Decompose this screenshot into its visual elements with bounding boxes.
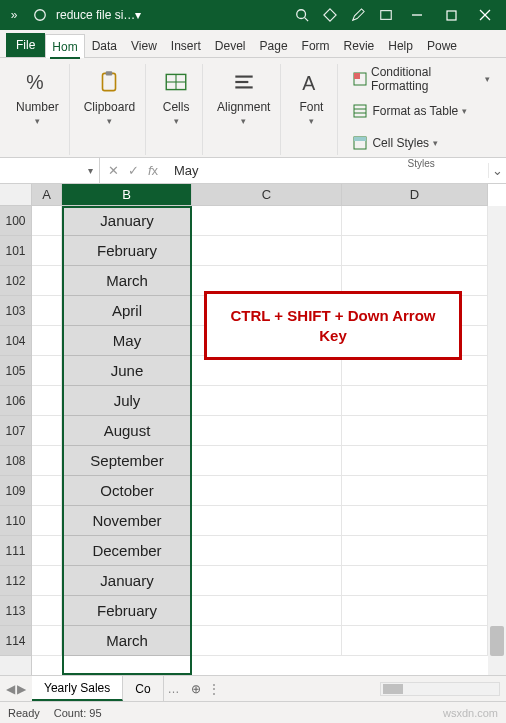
pen-icon[interactable] — [344, 1, 372, 29]
clipboard-icon — [93, 66, 125, 98]
cell[interactable]: March — [62, 626, 192, 656]
name-box[interactable]: ▾ — [0, 158, 100, 183]
tab-page[interactable]: Page — [253, 33, 295, 57]
cell[interactable]: July — [62, 386, 192, 416]
font-button[interactable]: A Font ▾ — [291, 64, 331, 128]
horizontal-scrollbar[interactable] — [380, 682, 500, 696]
cells-area[interactable]: January February March April May June Ju… — [32, 206, 488, 675]
new-sheet-button[interactable]: ⊕ — [184, 682, 208, 696]
window-mode-icon[interactable] — [372, 1, 400, 29]
tab-splitter[interactable]: ⋮ — [208, 682, 220, 696]
cell[interactable]: October — [62, 476, 192, 506]
minimize-button[interactable] — [400, 0, 434, 30]
cancel-icon[interactable]: ✕ — [106, 163, 120, 178]
tab-file[interactable]: File — [6, 33, 45, 57]
title-dropdown-icon[interactable]: ▾ — [135, 8, 141, 22]
ribbon-tabs: File Hom Data View Insert Devel Page For… — [0, 30, 506, 58]
cell[interactable]: February — [62, 236, 192, 266]
tab-power[interactable]: Powe — [420, 33, 464, 57]
sheet-tab-active[interactable]: Yearly Sales — [32, 676, 123, 701]
row-header[interactable]: 114 — [0, 626, 31, 656]
scrollbar-thumb[interactable] — [490, 626, 504, 656]
column-header-a[interactable]: A — [32, 184, 62, 205]
chevron-down-icon: ▾ — [107, 116, 112, 126]
tab-home[interactable]: Hom — [45, 34, 84, 58]
worksheet-grid[interactable]: A B C D 100 101 102 103 104 105 106 107 … — [0, 184, 506, 675]
column-header-c[interactable]: C — [192, 184, 342, 205]
row-header[interactable]: 107 — [0, 416, 31, 446]
alignment-icon — [228, 66, 260, 98]
cell-styles-button[interactable]: Cell Styles ▾ — [348, 128, 494, 158]
svg-rect-5 — [447, 11, 456, 20]
alignment-button[interactable]: Alignment ▾ — [213, 64, 274, 128]
row-header[interactable]: 100 — [0, 206, 31, 236]
close-button[interactable] — [468, 0, 502, 30]
tab-review[interactable]: Revie — [337, 33, 382, 57]
row-header[interactable]: 112 — [0, 566, 31, 596]
sheet-tab-next[interactable]: Co — [123, 676, 163, 701]
clipboard-label: Clipboard — [84, 100, 135, 114]
column-headers: A B C D — [32, 184, 488, 206]
group-cells: Cells ▾ — [150, 64, 203, 155]
sheet-tab-more[interactable]: … — [164, 682, 184, 696]
enter-icon[interactable]: ✓ — [126, 163, 140, 178]
row-header[interactable]: 109 — [0, 476, 31, 506]
maximize-button[interactable] — [434, 0, 468, 30]
column-header-d[interactable]: D — [342, 184, 488, 205]
cell[interactable]: January — [62, 206, 192, 236]
cell[interactable]: June — [62, 356, 192, 386]
number-format-button[interactable]: % Number ▾ — [12, 64, 63, 128]
row-header[interactable]: 105 — [0, 356, 31, 386]
cell[interactable]: March — [62, 266, 192, 296]
row-header[interactable]: 102 — [0, 266, 31, 296]
row-header[interactable]: 103 — [0, 296, 31, 326]
column-header-b[interactable]: B — [62, 184, 192, 205]
tab-developer[interactable]: Devel — [208, 33, 253, 57]
autosave-icon[interactable] — [30, 5, 50, 25]
tab-insert[interactable]: Insert — [164, 33, 208, 57]
row-header[interactable]: 108 — [0, 446, 31, 476]
chevron-down-icon: ▾ — [241, 116, 246, 126]
row-header[interactable]: 110 — [0, 506, 31, 536]
chevron-down-icon[interactable]: ▾ — [88, 165, 93, 176]
cell[interactable]: November — [62, 506, 192, 536]
tab-data[interactable]: Data — [85, 33, 124, 57]
vertical-scrollbar[interactable] — [488, 206, 506, 675]
row-header[interactable]: 111 — [0, 536, 31, 566]
cell[interactable]: December — [62, 536, 192, 566]
expand-formula-bar-icon[interactable]: ⌄ — [488, 163, 506, 178]
row-headers: 100 101 102 103 104 105 106 107 108 109 … — [0, 206, 32, 675]
qat-more-icon[interactable]: » — [4, 5, 24, 25]
fx-icon[interactable]: fx — [146, 163, 160, 178]
row-header[interactable]: 106 — [0, 386, 31, 416]
conditional-formatting-label: Conditional Formatting — [371, 65, 481, 93]
select-all-corner[interactable] — [0, 184, 32, 206]
cell[interactable]: September — [62, 446, 192, 476]
cell[interactable]: February — [62, 596, 192, 626]
row-header[interactable]: 104 — [0, 326, 31, 356]
search-icon[interactable] — [288, 1, 316, 29]
conditional-formatting-button[interactable]: Conditional Formatting ▾ — [348, 64, 494, 94]
cells-button[interactable]: Cells ▾ — [156, 64, 196, 128]
formula-input[interactable]: May — [166, 163, 488, 178]
format-as-table-button[interactable]: Format as Table ▾ — [348, 96, 494, 126]
sheet-nav-next-icon[interactable]: ▶ — [17, 682, 26, 696]
clipboard-button[interactable]: Clipboard ▾ — [80, 64, 139, 128]
diamond-icon[interactable] — [316, 1, 344, 29]
tab-view[interactable]: View — [124, 33, 164, 57]
ribbon: % Number ▾ Clipboard ▾ Cells ▾ Alignment… — [0, 58, 506, 158]
chevron-down-icon: ▾ — [35, 116, 40, 126]
tab-formulas[interactable]: Form — [295, 33, 337, 57]
row-header[interactable]: 101 — [0, 236, 31, 266]
cell[interactable]: May — [62, 326, 192, 356]
cell[interactable]: January — [62, 566, 192, 596]
scrollbar-thumb[interactable] — [383, 684, 403, 694]
svg-rect-10 — [106, 71, 113, 75]
svg-point-1 — [297, 10, 306, 19]
sheet-nav-prev-icon[interactable]: ◀ — [6, 682, 15, 696]
cell[interactable]: August — [62, 416, 192, 446]
cell[interactable]: April — [62, 296, 192, 326]
tab-help[interactable]: Help — [381, 33, 420, 57]
chevron-down-icon: ▾ — [433, 138, 438, 148]
row-header[interactable]: 113 — [0, 596, 31, 626]
